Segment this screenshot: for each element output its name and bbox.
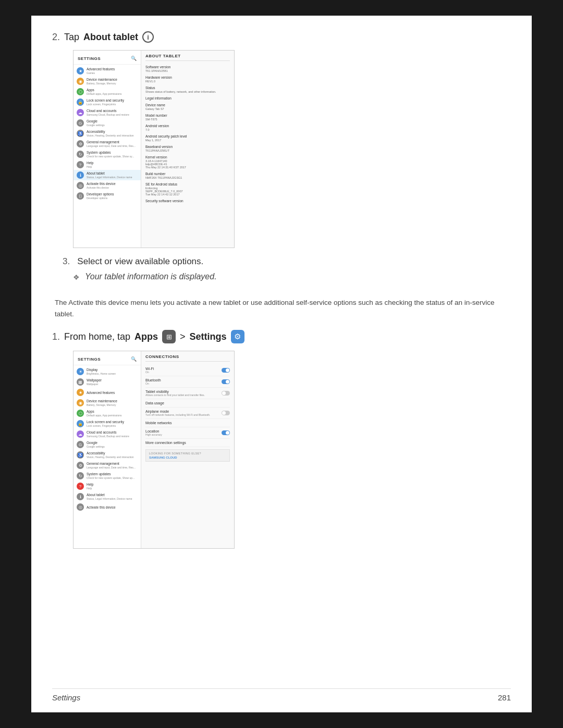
about-software-version: Software version T61 1PAN/U2581	[145, 65, 230, 72]
visibility-toggle[interactable]	[222, 391, 230, 396]
settings2-item-sysupdate[interactable]: ↻ System updates Check for new system up…	[74, 471, 141, 481]
visibility-sublabel: Allows contacts to find your tablet and …	[145, 393, 205, 397]
conn-wifi[interactable]: Wi-Fi On	[145, 365, 230, 376]
advanced2-icon: ★	[77, 389, 84, 396]
location-toggle[interactable]	[222, 430, 230, 435]
bluetooth-toggle[interactable]	[222, 379, 230, 384]
screenshot-connections: SETTINGS 🔍 ☀ Display Brightness, Home sc…	[73, 351, 235, 549]
google2-label: Google	[87, 441, 105, 445]
settings-item-device[interactable]: ◉ Device maintenance Battery, Storage, M…	[74, 76, 141, 87]
about-status[interactable]: Status Shows status of battery, network,…	[145, 86, 230, 93]
conn-data-usage[interactable]: Data usage	[145, 399, 230, 408]
settings2-item-accessibility[interactable]: ♿ Accessibility Vision, Hearing, Dexteri…	[74, 450, 141, 460]
apps-label: Apps	[87, 88, 122, 92]
settings-item-lock[interactable]: 🔒 Lock screen and security Lock screen, …	[74, 97, 141, 107]
help2-sublabel: Help	[87, 487, 93, 490]
settings-item-apps[interactable]: ⬡ Apps Default apps, App permissions	[74, 87, 141, 97]
about-baseband: Baseband version T611PAN/U2581/T	[145, 145, 230, 152]
location-sublabel: High accuracy	[145, 433, 162, 436]
airplane-toggle[interactable]	[222, 411, 230, 415]
settings-item-advanced[interactable]: ★ Advanced features Games	[74, 66, 141, 76]
settings-item-sysupdate[interactable]: ↻ System updates Check for new system up…	[74, 149, 141, 159]
search-icon-2[interactable]: 🔍	[131, 356, 137, 362]
help2-label: Help	[87, 483, 93, 486]
lock2-sublabel: Lock screen, Fingerprints	[87, 424, 124, 427]
display-icon: ☀	[77, 368, 84, 375]
advanced-sublabel: Games	[87, 71, 115, 75]
settings-item-activate[interactable]: ◎ Activate this device Activate this dev…	[74, 180, 141, 191]
samsung-cloud-button[interactable]: SAMSUNG CLOUD	[149, 456, 226, 459]
google-sublabel: Google settings	[87, 124, 105, 127]
search-icon[interactable]: 🔍	[131, 56, 137, 61]
settings2-item-lock[interactable]: 🔒 Lock screen and security Lock screen, …	[74, 418, 141, 429]
settings2-item-cloud[interactable]: ☁ Cloud and accounts Samsung Cloud, Back…	[74, 429, 141, 439]
settings-item-help[interactable]: ? Help Help	[74, 159, 141, 170]
about-model-number: Model number SM-T875	[145, 114, 230, 121]
step-2-prefix: Tap	[64, 32, 79, 43]
activate-label: Activate this device	[87, 182, 116, 186]
wallpaper-sublabel: Wallpaper	[87, 382, 102, 386]
about-label: About tablet	[87, 171, 132, 175]
settings2-item-activate[interactable]: ◎ Activate this device	[74, 502, 141, 512]
bullet-point: ❖ Your tablet information is displayed.	[73, 272, 511, 281]
conn-airplane-mode[interactable]: Airplane mode Turn off network features,…	[145, 408, 230, 419]
settings-item-cloud[interactable]: ☁ Cloud and accounts Samsung Cloud, Back…	[74, 107, 141, 118]
lock2-icon: 🔒	[77, 420, 84, 427]
sysupdate-icon: ↻	[77, 151, 84, 158]
conn-bluetooth[interactable]: Bluetooth On	[145, 376, 230, 388]
model-number-value: SM-T875	[145, 118, 230, 121]
section-about-tablet: 2. Tap About tablet i SETTINGS 🔍 ★ Advan…	[52, 31, 511, 281]
help2-icon: ?	[77, 483, 84, 490]
android-version-value: 7.0	[145, 128, 230, 131]
about-tablet-panel: ABOUT TABLET Software version T61 1PAN/U…	[141, 51, 234, 248]
settings2-item-general[interactable]: ⚙ General management Language and input,…	[74, 460, 141, 471]
apps-grid-icon: ⊞	[162, 330, 176, 343]
page-footer: Settings 281	[52, 688, 511, 702]
settings2-item-help[interactable]: ? Help Help	[74, 481, 141, 491]
settings-item-accessibility[interactable]: ♿ Accessibility Vision, Hearing, Dexteri…	[74, 128, 141, 139]
settings2-item-wallpaper[interactable]: ▦ Wallpaper Wallpaper	[74, 377, 141, 387]
step-1-prefix: From home, tap	[64, 331, 130, 342]
build-number-label: Build number	[145, 172, 230, 176]
google-label: Google	[87, 119, 105, 123]
settings2-item-about[interactable]: ℹ About tablet Status, Legal Information…	[74, 491, 141, 502]
settings2-item-display[interactable]: ☀ Display Brightness, Home screen	[74, 366, 141, 377]
settings-item-google[interactable]: G Google Google settings	[74, 118, 141, 128]
se-android-value: EnforcingSEPF_BCDE68LE_7.0_0007Tue May 2…	[145, 187, 230, 196]
device2-icon: ◉	[77, 399, 84, 406]
sysupdate2-label: System updates	[87, 472, 134, 476]
settings-item-general[interactable]: ⚙ General management Language and input,…	[74, 139, 141, 149]
google2-sublabel: Google settings	[87, 445, 105, 448]
settings2-item-google[interactable]: G Google Google settings	[74, 439, 141, 450]
step-3-number: 3.	[63, 256, 70, 266]
developer-sublabel: Developer options	[87, 196, 114, 200]
cloud-label: Cloud and accounts	[87, 109, 129, 113]
apps-sublabel: Default apps, App permissions	[87, 92, 122, 95]
conn-more-settings[interactable]: More connection settings	[145, 439, 230, 447]
security-patch-value: May 1, 2017	[145, 139, 230, 142]
wifi-toggle[interactable]	[222, 368, 230, 373]
developer-label: Developer options	[87, 192, 114, 196]
settings-item-developer[interactable]: ⟨⟩ Developer options Developer options	[74, 191, 141, 201]
conn-mobile-networks[interactable]: Mobile networks	[145, 419, 230, 427]
conn-location[interactable]: Location High accuracy	[145, 427, 230, 439]
settings-left-panel-2: SETTINGS 🔍 ☀ Display Brightness, Home sc…	[74, 351, 141, 548]
step-2-about-tablet: About tablet	[83, 32, 138, 43]
software-version-value: T61 1PAN/U2581	[145, 69, 230, 72]
info-icon: i	[142, 31, 154, 43]
device2-sublabel: Battery, Storage, Memory	[87, 403, 117, 406]
advanced-icon: ★	[77, 67, 84, 75]
google-icon: G	[77, 119, 84, 127]
display-label: Display	[87, 368, 116, 372]
about-legal[interactable]: Legal information	[145, 96, 230, 100]
settings-gear-icon: ⚙	[231, 330, 244, 343]
settings-item-about[interactable]: ℹ About tablet Status, Legal Information…	[74, 170, 141, 180]
settings2-item-advanced[interactable]: ★ Advanced features	[74, 387, 141, 398]
settings2-item-apps[interactable]: ⬡ Apps Default apps, App permissions	[74, 408, 141, 418]
about-kernel: Kernel version 3.18.4-11647140bdp@ABCDE-…	[145, 155, 230, 169]
model-number-label: Model number	[145, 114, 230, 117]
settings2-item-device[interactable]: ◉ Device maintenance Battery, Storage, M…	[74, 398, 141, 408]
conn-tablet-visibility[interactable]: Tablet visibility Allows contacts to fin…	[145, 388, 230, 399]
security-sw-label: Security software version	[145, 199, 230, 203]
activate2-icon: ◎	[77, 503, 84, 511]
